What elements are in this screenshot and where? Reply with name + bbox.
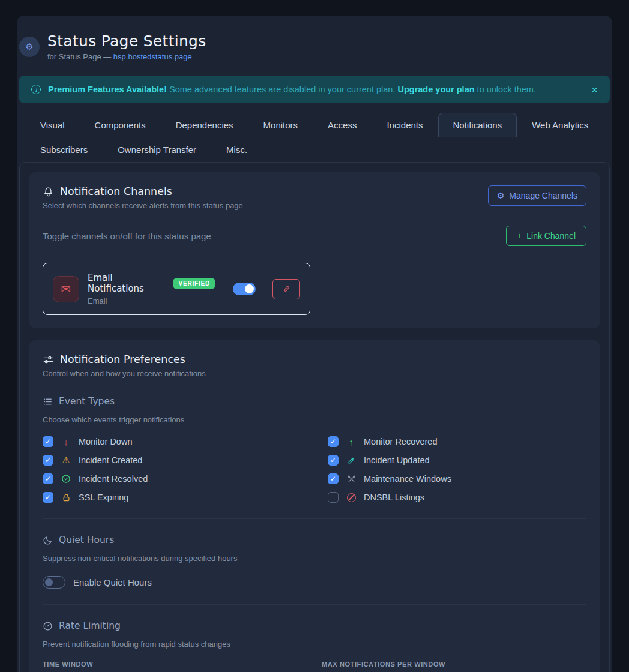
plus-icon: + [517, 231, 522, 241]
rate-limiting-heading-text: Rate Limiting [59, 620, 121, 631]
checkbox-checked[interactable]: ✓ [328, 473, 339, 484]
tab-incidents[interactable]: Incidents [372, 113, 438, 137]
event-label: Incident Created [79, 455, 142, 465]
settings-window: ⚙ Status Page Settings for Status Page —… [17, 16, 612, 672]
tab-notifications[interactable]: Notifications [438, 113, 517, 137]
settings-tabs: Visual Components Dependencies Monitors … [19, 113, 610, 162]
event-label: Incident Updated [364, 455, 430, 465]
tab-misc[interactable]: Misc. [211, 137, 262, 162]
arrow-up-icon: ↑ [346, 437, 357, 447]
close-icon[interactable]: × [591, 84, 598, 95]
link-channel-button[interactable]: + Link Channel [506, 226, 586, 246]
verified-badge: VERIFIED [173, 278, 215, 289]
divider [43, 604, 586, 605]
email-channel-toggle[interactable] [233, 283, 256, 295]
channels-subheading: Select which channels receive alerts fro… [43, 201, 243, 210]
event-ssl-expiring[interactable]: ✓ SSL Expiring [43, 492, 301, 503]
ban-icon [346, 493, 357, 502]
checkbox-checked[interactable]: ✓ [328, 436, 339, 447]
event-incident-resolved[interactable]: ✓ Incident Resolved [43, 473, 301, 484]
time-window-field: TIME WINDOW 15 minutes [43, 661, 307, 672]
enable-quiet-hours-row[interactable]: Enable Quiet Hours [43, 576, 586, 589]
banner-text: Premium Features Available! Some advance… [48, 85, 536, 94]
event-types-grid: ✓ ↓ Monitor Down ✓ ↑ Monitor Recovered ✓… [43, 436, 586, 503]
link-channel-label: Link Channel [526, 231, 576, 241]
event-label: DNSBL Listings [364, 493, 424, 502]
page-header: ⚙ Status Page Settings for Status Page —… [19, 32, 610, 61]
divider [43, 518, 586, 519]
page-subtitle-text: for Status Page — [47, 52, 113, 61]
toggle-channels-hint: Toggle channels on/off for this status p… [43, 231, 211, 241]
unlink-channel-button[interactable] [272, 279, 300, 299]
notifications-tab-panel: Notification Channels Select which chann… [19, 162, 610, 672]
event-label: Monitor Recovered [364, 437, 438, 446]
checkbox-checked[interactable]: ✓ [43, 492, 53, 503]
premium-banner: i Premium Features Available! Some advan… [19, 76, 610, 103]
tab-access[interactable]: Access [313, 113, 372, 137]
quiet-hours-heading: Quiet Hours [43, 535, 586, 545]
event-label: SSL Expiring [79, 493, 128, 502]
preferences-subheading: Control when and how you receive notific… [43, 369, 586, 378]
notification-channels-section: Notification Channels Select which chann… [29, 172, 600, 328]
lock-icon [61, 493, 71, 502]
pencil-icon [346, 456, 357, 465]
info-icon: i [31, 85, 41, 94]
event-incident-updated[interactable]: ✓ Incident Updated [328, 455, 586, 466]
upgrade-plan-link[interactable]: Upgrade your plan [397, 85, 474, 94]
gear-icon: ⚙ [497, 191, 505, 200]
manage-channels-button[interactable]: ⚙ Manage Channels [488, 185, 586, 206]
tab-monitors[interactable]: Monitors [248, 113, 313, 137]
max-notifications-field: MAX NOTIFICATIONS PER WINDOW [322, 661, 586, 672]
event-monitor-recovered[interactable]: ✓ ↑ Monitor Recovered [328, 436, 586, 447]
tab-ownership-transfer[interactable]: Ownership Transfer [103, 137, 211, 162]
channel-type: Email [88, 296, 215, 305]
tools-icon [346, 475, 357, 484]
gear-icon: ⚙ [25, 41, 33, 52]
channel-name: Email Notifications [88, 272, 167, 294]
rate-limiting-subheading: Prevent notification flooding from rapid… [43, 640, 586, 649]
event-incident-created[interactable]: ✓ ⚠ Incident Created [43, 455, 301, 466]
status-page-link[interactable]: hsp.hostedstatus.page [113, 52, 192, 61]
rate-limiting-heading: Rate Limiting [43, 620, 586, 631]
rate-limiting-form: TIME WINDOW 15 minutes MAX NOTIFICATIONS… [43, 661, 586, 672]
page-title: Status Page Settings [47, 32, 206, 50]
tab-components[interactable]: Components [80, 113, 161, 137]
event-types-heading-text: Event Types [59, 396, 115, 407]
quiet-hours-toggle[interactable] [43, 576, 65, 589]
list-icon [43, 397, 53, 407]
notification-preferences-section: Notification Preferences Control when an… [29, 340, 600, 672]
link-icon [282, 284, 291, 293]
checkbox-unchecked[interactable] [328, 492, 339, 503]
warning-triangle-icon: ⚠ [61, 455, 71, 466]
channel-info: Email Notifications VERIFIED Email [88, 272, 215, 305]
quiet-hours-subheading: Suppress non-critical notifications duri… [43, 554, 586, 563]
event-monitor-down[interactable]: ✓ ↓ Monitor Down [43, 436, 301, 447]
arrow-down-icon: ↓ [61, 437, 71, 447]
channels-heading: Notification Channels [43, 185, 243, 197]
event-maintenance-windows[interactable]: ✓ Maintenance Windows [328, 473, 586, 484]
event-label: Monitor Down [79, 437, 132, 446]
gear-badge: ⚙ [19, 37, 40, 57]
event-types-heading: Event Types [43, 396, 586, 407]
checkbox-checked[interactable]: ✓ [328, 455, 339, 466]
checkbox-checked[interactable]: ✓ [43, 436, 53, 447]
bell-icon [43, 186, 54, 197]
tab-subscribers[interactable]: Subscribers [25, 137, 103, 162]
tab-visual[interactable]: Visual [25, 113, 80, 137]
banner-suffix: to unlock them. [475, 85, 536, 94]
preferences-heading: Notification Preferences [43, 353, 586, 365]
check-circle-icon [61, 474, 71, 484]
page-title-block: Status Page Settings for Status Page — h… [47, 32, 206, 61]
tab-web-analytics[interactable]: Web Analytics [517, 113, 603, 137]
event-label: Incident Resolved [79, 474, 148, 484]
checkbox-checked[interactable]: ✓ [43, 455, 53, 466]
channels-heading-text: Notification Channels [60, 185, 172, 197]
page-subtitle: for Status Page — hsp.hostedstatus.page [47, 52, 206, 61]
sliders-icon [43, 354, 54, 365]
event-dnsbl-listings[interactable]: DNSBL Listings [328, 492, 586, 503]
quiet-hours-toggle-label: Enable Quiet Hours [73, 577, 152, 587]
tab-dependencies[interactable]: Dependencies [161, 113, 248, 137]
event-types-subheading: Choose which events trigger notification… [43, 415, 586, 424]
channels-heading-block: Notification Channels Select which chann… [43, 185, 243, 210]
checkbox-checked[interactable]: ✓ [43, 473, 53, 484]
